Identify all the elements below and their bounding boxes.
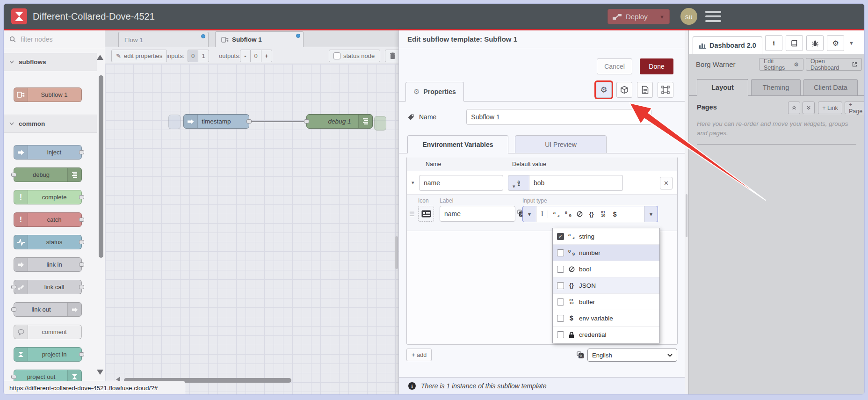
input-type-field[interactable]: ▾ I az 09 {} 0110 $ ▾ bbox=[522, 206, 658, 222]
collapse-all-button[interactable] bbox=[788, 102, 800, 114]
palette-node-complete[interactable]: ! complete bbox=[14, 190, 82, 204]
checkbox-icon[interactable] bbox=[557, 331, 564, 338]
edit-properties-button[interactable]: ✎ edit properties bbox=[111, 50, 167, 62]
inputs-toggle[interactable]: 0 1 bbox=[188, 50, 209, 62]
menu-item-bool[interactable]: bool bbox=[553, 261, 659, 277]
tab-properties[interactable]: ⚙ Properties bbox=[405, 82, 464, 102]
help-tab-button[interactable] bbox=[786, 35, 803, 51]
remove-row-button[interactable]: ✕ bbox=[660, 177, 673, 189]
palette-category-common[interactable]: common bbox=[4, 115, 97, 133]
menu-item-json[interactable]: {} JSON bbox=[553, 277, 659, 294]
inputs-option-0[interactable]: 0 bbox=[188, 50, 198, 62]
checkbox-icon[interactable] bbox=[557, 282, 564, 289]
canvas-vertical-scrollbar[interactable] bbox=[395, 236, 398, 269]
info-tab-button[interactable]: i bbox=[765, 35, 782, 51]
node-port[interactable] bbox=[11, 285, 16, 289]
tab-subflow-1[interactable]: Subflow 1 bbox=[215, 31, 304, 47]
appearance-button[interactable] bbox=[658, 82, 673, 98]
node-port[interactable] bbox=[304, 119, 309, 124]
row-expand-icon[interactable]: ▾ bbox=[412, 180, 414, 186]
node-port[interactable] bbox=[79, 150, 84, 154]
outputs-decrement-button[interactable]: - bbox=[240, 50, 251, 62]
add-env-variable-button[interactable]: + add bbox=[406, 349, 432, 361]
checkbox-icon[interactable] bbox=[557, 249, 564, 256]
palette-node-subflow[interactable]: Subflow 1 bbox=[14, 87, 82, 102]
edit-properties-pane-button[interactable]: ⚙ bbox=[596, 82, 612, 98]
delete-subflow-button[interactable] bbox=[385, 50, 398, 62]
expand-all-button[interactable] bbox=[803, 102, 815, 114]
menu-item-env-variable[interactable]: $ env variable bbox=[553, 310, 659, 327]
node-port[interactable] bbox=[79, 262, 84, 267]
edit-settings-button[interactable]: Edit Settings ⚙ bbox=[759, 58, 803, 71]
palette-node-link-in[interactable]: link in bbox=[14, 257, 82, 272]
env-value-input[interactable] bbox=[529, 175, 623, 191]
chevron-down-icon[interactable]: ▾ bbox=[523, 206, 536, 222]
node-port[interactable] bbox=[79, 195, 84, 199]
add-link-button[interactable]: + Link bbox=[818, 102, 842, 114]
checkbox-icon[interactable] bbox=[557, 298, 564, 305]
config-nodes-button[interactable]: ⚙ bbox=[827, 35, 844, 51]
palette-filter-input[interactable] bbox=[20, 35, 85, 44]
main-menu-icon[interactable] bbox=[705, 11, 721, 22]
checkbox-icon[interactable] bbox=[557, 315, 564, 322]
node-port[interactable] bbox=[79, 218, 84, 222]
canvas-node-timestamp[interactable]: timestamp bbox=[183, 114, 249, 129]
drag-handle-icon[interactable]: ☰ bbox=[409, 211, 414, 218]
palette-scroll-up-icon[interactable] bbox=[97, 55, 103, 60]
tab-dashboard-2[interactable]: Dashboard 2.0 bbox=[693, 36, 762, 54]
node-port[interactable] bbox=[11, 173, 16, 177]
language-select[interactable]: English bbox=[587, 349, 677, 362]
open-dashboard-button[interactable]: Open Dashboard bbox=[806, 58, 862, 71]
tab-client-data[interactable]: Client Data bbox=[803, 79, 858, 96]
chevron-down-icon[interactable]: ▾ bbox=[644, 206, 658, 222]
menu-item-buffer[interactable]: 0110 buffer bbox=[553, 294, 659, 310]
subflow-input-stub[interactable] bbox=[168, 115, 181, 129]
palette-node-status[interactable]: status bbox=[14, 235, 82, 249]
wire[interactable] bbox=[249, 121, 307, 122]
user-avatar[interactable]: su bbox=[680, 8, 697, 25]
palette-node-project-in[interactable]: project in bbox=[14, 347, 82, 362]
add-page-button[interactable]: + Page bbox=[845, 102, 864, 114]
palette-filter[interactable] bbox=[4, 30, 105, 48]
palette-node-debug[interactable]: debug bbox=[14, 167, 82, 182]
node-port[interactable] bbox=[246, 119, 252, 124]
menu-item-string[interactable]: ✓ az string bbox=[553, 228, 659, 245]
node-port[interactable] bbox=[11, 375, 16, 379]
tab-ui-preview[interactable]: UI Preview bbox=[515, 135, 607, 153]
subflow-name-input[interactable] bbox=[466, 109, 651, 125]
panel-divider[interactable] bbox=[685, 30, 688, 394]
tab-flow-1[interactable]: Flow 1 bbox=[118, 32, 209, 47]
module-properties-button[interactable] bbox=[616, 82, 632, 98]
icon-picker[interactable] bbox=[418, 206, 434, 222]
palette-node-catch[interactable]: ! catch bbox=[14, 212, 82, 227]
palette-category-subflows[interactable]: subflows bbox=[4, 53, 97, 71]
palette-scrollbar[interactable] bbox=[99, 75, 103, 258]
node-port[interactable] bbox=[11, 307, 16, 312]
node-port[interactable] bbox=[79, 352, 84, 356]
sidebar-scrollbar[interactable] bbox=[686, 194, 687, 237]
menu-item-credential[interactable]: credential bbox=[553, 327, 659, 343]
palette-node-inject[interactable]: inject bbox=[14, 145, 82, 160]
value-type-button[interactable]: ▾ az bbox=[508, 175, 529, 191]
canvas-node-debug-1[interactable]: debug 1 bbox=[306, 114, 373, 129]
outputs-increment-button[interactable]: + bbox=[261, 50, 272, 62]
tab-theming[interactable]: Theming bbox=[751, 79, 801, 96]
cancel-button[interactable]: Cancel bbox=[597, 58, 632, 74]
sidebar-more-tabs-icon[interactable]: ▼ bbox=[849, 40, 854, 46]
description-button[interactable] bbox=[637, 82, 653, 98]
deploy-button[interactable]: Deploy ▼ bbox=[608, 9, 670, 24]
env-label-input[interactable] bbox=[440, 206, 515, 222]
palette-node-link-out[interactable]: link out bbox=[14, 302, 82, 317]
debug-tab-button[interactable] bbox=[806, 35, 824, 51]
palette-node-comment[interactable]: comment bbox=[14, 325, 82, 339]
node-port[interactable] bbox=[79, 240, 84, 244]
node-port[interactable] bbox=[79, 285, 84, 289]
flow-canvas[interactable]: timestamp debug 1 bbox=[105, 64, 398, 394]
menu-item-number[interactable]: 09 number bbox=[553, 245, 659, 261]
tab-layout[interactable]: Layout bbox=[697, 79, 748, 96]
tab-environment-variables[interactable]: Environment Variables bbox=[407, 135, 508, 153]
palette-node-link-call[interactable]: link call bbox=[14, 280, 82, 294]
checkbox-checked-icon[interactable]: ✓ bbox=[557, 233, 564, 240]
outputs-stepper[interactable]: - 0 + bbox=[240, 50, 272, 62]
env-name-input[interactable] bbox=[419, 175, 503, 191]
